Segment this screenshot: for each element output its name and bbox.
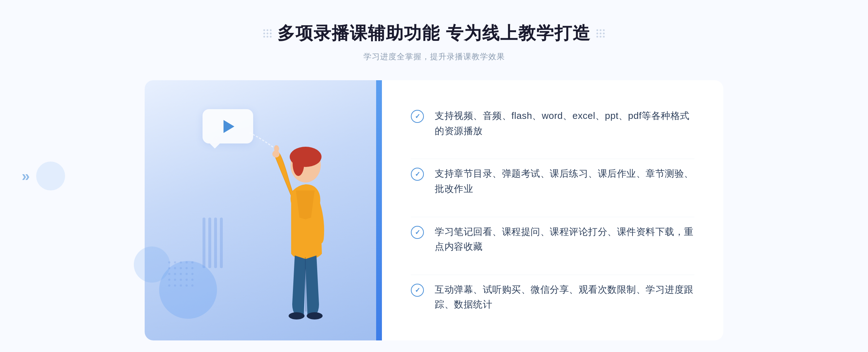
svg-point-11: [174, 273, 176, 275]
main-title: 多项录播课辅助功能 专为线上教学打造: [277, 22, 590, 45]
svg-point-9: [191, 267, 193, 269]
feature-item-3: ✓ 学习笔记回看、课程提问、课程评论打分、课件资料下载，重点内容收藏: [411, 217, 694, 262]
check-icon-2: ✓: [411, 168, 424, 181]
feature-text-4: 互动弹幕、试听购买、微信分享、观看次数限制、学习进度跟踪、数据统计: [435, 282, 694, 312]
feature-text-1: 支持视频、音频、flash、word、excel、ppt、pdf等各种格式的资源…: [435, 108, 694, 138]
svg-point-1: [174, 261, 176, 263]
svg-point-5: [168, 267, 170, 269]
svg-point-29: [307, 312, 323, 319]
svg-point-16: [174, 279, 176, 281]
svg-point-3: [186, 261, 188, 263]
decorative-dots-right: [596, 29, 605, 38]
svg-point-2: [180, 261, 182, 263]
svg-point-24: [191, 284, 193, 287]
check-mark-3: ✓: [415, 229, 420, 236]
left-chevron-icon: »: [22, 168, 30, 184]
svg-point-4: [191, 261, 193, 263]
decorative-dots-left: [263, 29, 272, 38]
svg-point-27: [293, 151, 304, 176]
ill-stripes: [203, 218, 224, 268]
check-icon-4: ✓: [411, 284, 424, 297]
svg-point-18: [186, 279, 188, 281]
bg-circle-decoration: [36, 162, 65, 190]
sub-title: 学习进度全掌握，提升录播课教学效果: [263, 51, 604, 62]
check-circle-3: ✓: [411, 226, 424, 239]
check-mark-2: ✓: [415, 171, 420, 177]
bubble-tail: [210, 143, 220, 149]
svg-point-10: [168, 273, 170, 275]
svg-point-28: [289, 312, 305, 319]
header-section: 多项录播课辅助功能 专为线上教学打造 学习进度全掌握，提升录播课教学效果: [263, 0, 604, 62]
feature-text-3: 学习笔记回看、课程提问、课程评论打分、课件资料下载，重点内容收藏: [435, 224, 694, 254]
svg-point-13: [186, 273, 188, 275]
play-icon: [224, 120, 234, 133]
ill-circle-medium: [134, 246, 170, 283]
svg-point-8: [186, 267, 188, 269]
check-icon-1: ✓: [411, 110, 424, 123]
svg-point-23: [186, 284, 188, 287]
svg-point-12: [180, 273, 182, 275]
svg-point-0: [168, 261, 170, 263]
content-section: ✓ 支持视频、音频、flash、word、excel、ppt、pdf等各种格式的…: [145, 80, 723, 340]
page-container: 多项录播课辅助功能 专为线上教学打造 学习进度全掌握，提升录播课教学效果: [0, 0, 868, 352]
check-circle-2: ✓: [411, 168, 424, 181]
feature-item-2: ✓ 支持章节目录、弹题考试、课后练习、课后作业、章节测验、批改作业: [411, 159, 694, 203]
check-circle-4: ✓: [411, 284, 424, 297]
svg-point-6: [174, 267, 176, 269]
blue-bar: [376, 80, 382, 340]
check-icon-3: ✓: [411, 226, 424, 239]
features-area: ✓ 支持视频、音频、flash、word、excel、ppt、pdf等各种格式的…: [382, 80, 723, 340]
svg-point-19: [191, 279, 193, 281]
check-mark-1: ✓: [415, 113, 420, 120]
illustration-area: [145, 80, 376, 340]
feature-item-4: ✓ 互动弹幕、试听购买、微信分享、观看次数限制、学习进度跟踪、数据统计: [411, 275, 694, 319]
feature-text-2: 支持章节目录、弹题考试、课后练习、课后作业、章节测验、批改作业: [435, 166, 694, 196]
svg-point-15: [168, 279, 170, 281]
svg-point-14: [191, 273, 193, 275]
check-mark-4: ✓: [415, 287, 420, 293]
title-row: 多项录播课辅助功能 专为线上教学打造: [263, 22, 604, 45]
svg-point-20: [168, 284, 170, 287]
svg-point-7: [180, 267, 182, 269]
svg-point-17: [180, 279, 182, 281]
ill-dots-pattern: [166, 259, 195, 290]
person-figure: [239, 131, 354, 340]
svg-point-22: [180, 284, 182, 287]
check-circle-1: ✓: [411, 110, 424, 123]
feature-item-1: ✓ 支持视频、音频、flash、word、excel、ppt、pdf等各种格式的…: [411, 101, 694, 146]
svg-point-21: [174, 284, 176, 287]
